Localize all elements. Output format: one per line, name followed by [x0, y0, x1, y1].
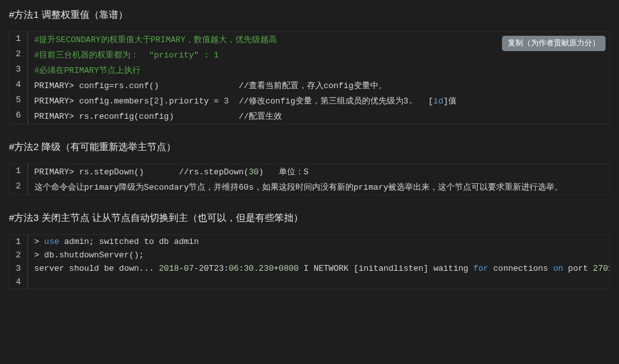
code-block-3-scroll[interactable]: 1> use admin; switched to db admin2> db.…: [9, 234, 610, 289]
line-number: 5: [10, 93, 27, 109]
code-line: 这个命令会让primary降级为Secondary节点，并维持60s，如果这段时…: [27, 179, 609, 195]
code-line: PRIMARY> rs.reconfig(config) //配置生效: [27, 109, 609, 124]
line-number: 2: [10, 248, 27, 262]
code-block-1: 复制（为作者贡献原力分） 1#提升SECONDARY的权重值大于PRIMARY，…: [9, 31, 610, 125]
heading-method2: #方法2 降级（有可能重新选举主节点）: [9, 141, 610, 153]
code-line: [27, 275, 610, 289]
heading-method1: #方法1 调整权重值（靠谱）: [9, 9, 610, 21]
line-number: 1: [10, 32, 27, 47]
code-line: > db.shutdownServer();: [27, 248, 610, 262]
code-line: PRIMARY> config.members[2].priority = 3 …: [27, 93, 609, 109]
code-block-3: 1> use admin; switched to db admin2> db.…: [10, 235, 610, 289]
code-line: PRIMARY> config=rs.conf() //查看当前配置，存入con…: [27, 78, 609, 93]
code-line: PRIMARY> rs.stepDown() //rs.stepDown(30)…: [27, 164, 609, 179]
code-line: #必须在PRIMARY节点上执行: [27, 63, 609, 78]
line-number: 3: [10, 63, 27, 78]
code-line: > use admin; switched to db admin: [27, 235, 610, 248]
line-number: 1: [10, 164, 27, 179]
line-number: 2: [10, 47, 27, 63]
line-number: 3: [10, 262, 27, 275]
heading-method3: #方法3 关闭主节点 让从节点自动切换到主（也可以，但是有些笨拙）: [9, 212, 610, 224]
code-line: server should be down... 2018-07-20T23:0…: [27, 262, 610, 275]
copy-button[interactable]: 复制（为作者贡献原力分）: [502, 36, 606, 51]
line-number: 4: [10, 78, 27, 93]
line-number: 6: [10, 109, 27, 124]
code-block-2: 1PRIMARY> rs.stepDown() //rs.stepDown(30…: [9, 163, 610, 195]
line-number: 4: [10, 275, 27, 289]
line-number: 2: [10, 179, 27, 195]
line-number: 1: [10, 235, 27, 248]
